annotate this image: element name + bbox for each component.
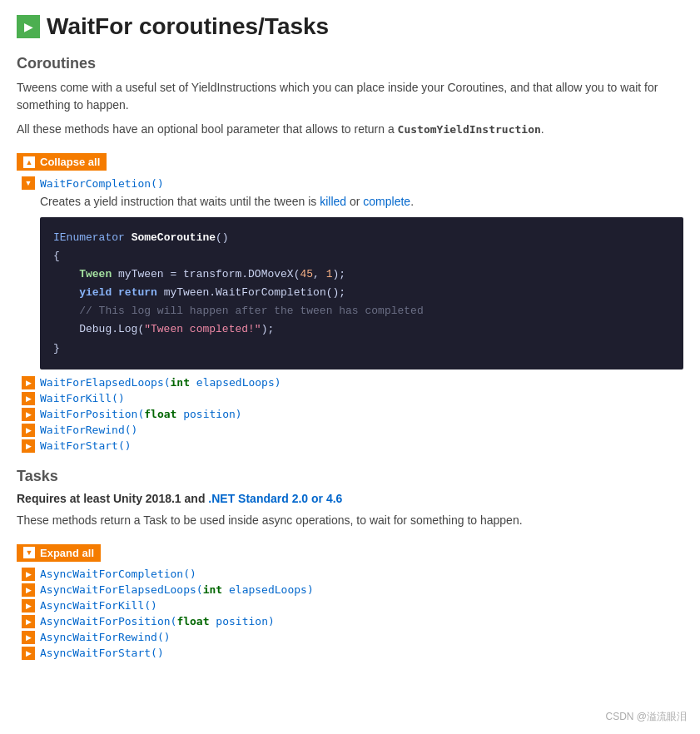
async-icon-2: [22, 583, 35, 597]
tasks-note: Requires at least Unity 2018.1 and .NET …: [17, 492, 683, 505]
wait-for-position-item[interactable]: WaitForPosition(float position): [22, 408, 683, 421]
task-link[interactable]: Task: [143, 513, 167, 527]
tasks-title: Tasks: [17, 468, 683, 485]
custom-yield-instruction: CustomYieldInstruction: [398, 123, 541, 136]
wait-for-start-item[interactable]: WaitForStart(): [22, 439, 683, 453]
expand-label: Expand all: [40, 547, 94, 559]
tasks-desc: These methods return a Task to be used i…: [17, 512, 683, 529]
complete-link[interactable]: complete: [363, 195, 410, 208]
async-icon-6: [22, 647, 35, 660]
coroutines-title: Coroutines: [17, 55, 683, 72]
collapse-label: Collapse all: [40, 156, 100, 168]
async-wait-kill-name: AsyncWaitForKill(): [40, 599, 157, 612]
page-title-container: WaitFor coroutines/Tasks: [17, 13, 683, 40]
wait-for-kill-item[interactable]: WaitForKill(): [22, 392, 683, 405]
page-title: WaitFor coroutines/Tasks: [47, 13, 329, 40]
async-wait-start-name: AsyncWaitForStart(): [40, 647, 164, 659]
expand-right-icon-1: [22, 376, 35, 389]
async-wait-position-item[interactable]: AsyncWaitForPosition(float position): [22, 615, 683, 628]
wait-for-completion-group: WaitForCompletion() Creates a yield inst…: [18, 176, 683, 369]
async-wait-start-item[interactable]: AsyncWaitForStart(): [22, 647, 683, 660]
coroutines-desc2: All these methods have an optional bool …: [17, 121, 683, 138]
async-icon-3: [22, 599, 35, 612]
wait-for-rewind-item[interactable]: WaitForRewind(): [22, 424, 683, 437]
async-wait-rewind-name: AsyncWaitForRewind(): [40, 631, 171, 643]
async-wait-completion-item[interactable]: AsyncWaitForCompletion(): [22, 568, 683, 581]
async-wait-kill-item[interactable]: AsyncWaitForKill(): [22, 599, 683, 612]
collapse-icon: [23, 156, 35, 168]
expand-icon: [23, 547, 35, 558]
async-wait-position-name: AsyncWaitForPosition(float position): [40, 615, 275, 627]
async-wait-rewind-item[interactable]: AsyncWaitForRewind(): [22, 631, 683, 644]
coroutines-section: Coroutines Tweens come with a useful set…: [17, 55, 683, 453]
collapse-all-button[interactable]: Collapse all: [17, 153, 107, 171]
wait-for-completion-desc: Creates a yield instruction that waits u…: [40, 193, 683, 211]
expand-right-icon-2: [22, 392, 35, 405]
wait-for-kill-name: WaitForKill(): [40, 392, 125, 404]
wait-for-completion-name: WaitForCompletion(): [40, 177, 164, 190]
async-wait-completion-name: AsyncWaitForCompletion(): [40, 568, 196, 580]
tasks-section: Tasks Requires at least Unity 2018.1 and…: [17, 468, 683, 660]
coroutines-desc1: Tweens come with a useful set of YieldIn…: [17, 79, 683, 114]
wait-for-elapsed-loops-name: WaitForElapsedLoops(int elapsedLoops): [40, 376, 281, 389]
expand-right-icon-5: [22, 439, 35, 453]
async-wait-elapsed-item[interactable]: AsyncWaitForElapsedLoops(int elapsedLoop…: [22, 583, 683, 597]
wait-for-rewind-name: WaitForRewind(): [40, 424, 137, 436]
expand-right-icon-3: [22, 408, 35, 421]
tasks-methods-group: AsyncWaitForCompletion() AsyncWaitForEla…: [18, 568, 683, 660]
expand-right-icon-4: [22, 424, 35, 437]
wait-for-completion-item[interactable]: WaitForCompletion(): [22, 176, 683, 190]
async-icon-5: [22, 631, 35, 644]
async-wait-elapsed-name: AsyncWaitForElapsedLoops(int elapsedLoop…: [40, 583, 314, 596]
expand-all-button[interactable]: Expand all: [17, 544, 101, 562]
code-block: IEnumerator SomeCoroutine() { Tween myTw…: [40, 217, 683, 369]
title-arrow-icon: [17, 15, 40, 38]
net-standard-link[interactable]: .NET Standard 2.0 or 4.6: [208, 492, 342, 505]
wait-for-position-name: WaitForPosition(float position): [40, 408, 242, 420]
wait-for-elapsed-loops-item[interactable]: WaitForElapsedLoops(int elapsedLoops): [22, 376, 683, 389]
collapsed-methods-group: WaitForElapsedLoops(int elapsedLoops) Wa…: [18, 376, 683, 453]
async-icon-1: [22, 568, 35, 581]
expand-down-icon: [22, 176, 35, 190]
async-icon-4: [22, 615, 35, 628]
wait-for-start-name: WaitForStart(): [40, 439, 132, 452]
killed-link[interactable]: killed: [320, 195, 346, 208]
